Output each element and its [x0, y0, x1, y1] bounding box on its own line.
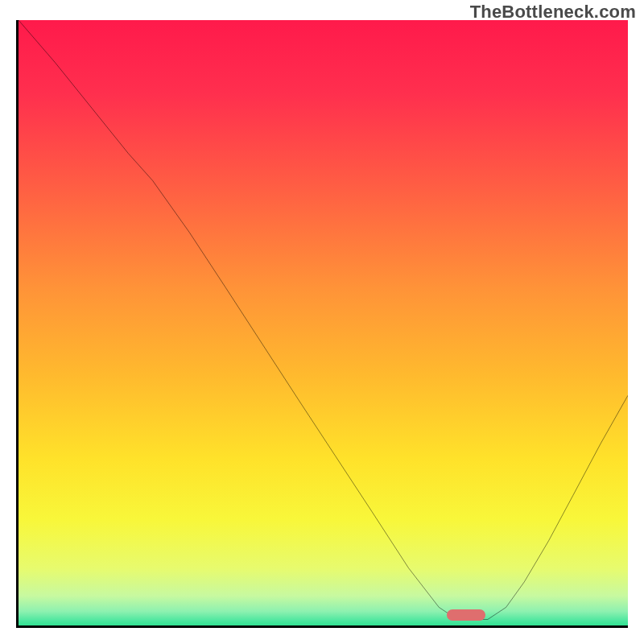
optimal-marker	[447, 609, 485, 621]
plot-area	[16, 20, 628, 628]
bottleneck-curve	[19, 20, 628, 619]
chart-frame: TheBottleneck.com	[0, 0, 644, 644]
curve-layer	[19, 20, 628, 625]
